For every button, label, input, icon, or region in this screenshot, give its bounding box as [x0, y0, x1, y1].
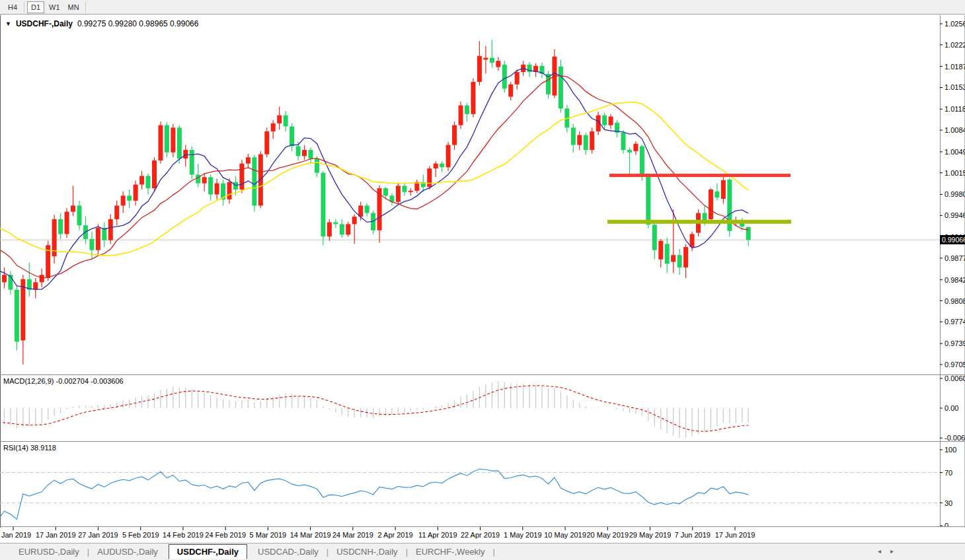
candle-body: [196, 175, 200, 184]
mt4-terminal: H4D1W1MN 1.025601.022201.018701.015301.0…: [0, 0, 965, 560]
candle-body: [490, 58, 494, 63]
timeframe-toolbar: H4D1W1MN: [0, 0, 965, 15]
current-price-marker: 0.99066: [940, 235, 965, 244]
candle-body: [427, 168, 432, 187]
date-label: 8 Jan 2019: [0, 531, 31, 539]
date-label: 11 Apr 2019: [418, 531, 457, 539]
date-label: 7 Jun 2019: [675, 531, 711, 539]
candle-body: [627, 150, 632, 153]
candlestick-series[interactable]: [0, 40, 751, 365]
candle-body: [96, 228, 100, 250]
macd-axis-label: 0.00: [945, 404, 958, 412]
candle-body: [658, 241, 663, 260]
candle-body: [71, 205, 75, 211]
candle-body: [471, 82, 475, 114]
main-price-chart[interactable]: 1.025601.022201.018701.015301.011801.008…: [0, 16, 965, 374]
candle-body: [683, 247, 688, 267]
price-tick-label: 1.02220: [945, 41, 965, 49]
candle-body: [502, 65, 507, 89]
candle-body: [465, 106, 469, 114]
timeframe-button-d1[interactable]: D1: [27, 1, 44, 13]
price-tick-label: 0.98770: [945, 254, 965, 262]
date-label: 5 Mar 2019: [250, 531, 287, 539]
candle-body: [408, 191, 413, 192]
candle-body: [602, 116, 607, 125]
date-label: 14 Feb 2019: [163, 531, 204, 539]
candle-body: [121, 195, 126, 205]
tab-scroll-right-icon[interactable]: ▸: [890, 547, 894, 555]
candle-body: [127, 195, 132, 200]
rsi-axis-label: 0: [945, 522, 948, 526]
candle-body: [302, 150, 307, 156]
candle-body: [190, 150, 194, 174]
candle-body: [571, 127, 576, 145]
candle-body: [483, 58, 488, 60]
candle-body: [89, 239, 94, 250]
date-label: 10 May 2019: [544, 531, 586, 539]
candle-body: [215, 184, 219, 195]
price-tick-label: 1.01530: [945, 83, 965, 91]
price-tick-label: 0.99460: [945, 211, 965, 219]
price-tick-label: 1.00840: [945, 126, 965, 134]
support-hline[interactable]: [607, 220, 791, 224]
candle-body: [434, 164, 438, 168]
rsi-axis-label: 30: [945, 499, 952, 507]
candle-body: [108, 219, 113, 240]
candle-body: [2, 275, 7, 282]
rsi-axis-label: 100: [945, 446, 956, 454]
candle-body: [246, 157, 251, 163]
price-axis-ticks[interactable]: 1.025601.022201.018701.015301.011801.008…: [940, 20, 965, 368]
candle-body: [590, 131, 594, 150]
macd-histogram: [0, 381, 748, 438]
price-tick-label: 0.97740: [945, 318, 965, 326]
price-tick-label: 1.02560: [945, 20, 965, 28]
candle-body: [496, 61, 500, 67]
candle-body: [652, 225, 657, 250]
macd-panel[interactable]: 0.0060580.00-0.006096: [0, 376, 965, 440]
chart-tab-bar: EURUSD-,Daily|AUDUSD-,DailyUSDCHF-,Daily…: [0, 543, 965, 560]
candle-body: [252, 157, 256, 205]
candle-body: [102, 228, 106, 240]
candle-body: [340, 224, 344, 234]
chart-tab-audusddaily[interactable]: AUDUSD-,Daily: [89, 545, 166, 559]
candle-body: [383, 188, 388, 195]
chart-tab-eurusddaily[interactable]: EURUSD-,Daily: [11, 545, 87, 559]
candle-body: [577, 135, 582, 145]
candle-body: [290, 126, 294, 146]
candle-body: [621, 133, 626, 150]
chart-tab-usdcaddaily[interactable]: USDCAD-,Daily: [250, 545, 327, 559]
candle-body: [452, 125, 457, 145]
candle-body: [352, 217, 357, 224]
candle-body: [65, 212, 69, 234]
macd-panel-splitter[interactable]: [0, 374, 965, 375]
MA-fast-line: [0, 69, 748, 290]
chart-tab-usdchfdaily[interactable]: USDCHF-,Daily: [169, 544, 247, 559]
candle-body: [284, 116, 288, 127]
chart-tab-eurchfweekly[interactable]: EURCHF-,Weekly: [408, 545, 493, 559]
timeframe-button-w1[interactable]: W1: [46, 1, 63, 13]
candle-body: [277, 116, 282, 123]
timeframe-button-h4[interactable]: H4: [4, 1, 21, 13]
candle-body: [239, 164, 244, 190]
candle-body: [333, 223, 338, 225]
timeframe-button-mn[interactable]: MN: [65, 1, 83, 13]
resistance-hline[interactable]: [609, 174, 791, 177]
price-tick-label: 1.01180: [945, 105, 965, 113]
candle-body: [77, 205, 81, 225]
rsi-panel-splitter[interactable]: [0, 441, 965, 442]
date-axis[interactable]: 8 Jan 201917 Jan 201927 Jan 20195 Feb 20…: [0, 526, 965, 542]
price-tick-label: 1.01870: [945, 63, 965, 71]
rsi-panel[interactable]: 10070300: [0, 442, 965, 526]
candle-body: [440, 164, 444, 168]
date-label: 1 May 2019: [504, 531, 541, 539]
candle-body: [721, 180, 726, 199]
candle-body: [171, 127, 175, 152]
date-label: 29 May 2019: [629, 531, 672, 539]
candle-body: [690, 234, 695, 247]
tab-scroll-left-icon[interactable]: ◂: [878, 547, 881, 555]
symbol-dropdown-icon[interactable]: ▼: [5, 20, 11, 27]
macd-label: MACD(12,26,9) -0.002704 -0.003606: [3, 377, 124, 385]
price-tick-label: 1.00490: [945, 148, 965, 156]
chart-tab-usdcnhdaily[interactable]: USDCNH-,Daily: [328, 545, 405, 559]
macd-axis-label: 0.006058: [945, 376, 965, 382]
